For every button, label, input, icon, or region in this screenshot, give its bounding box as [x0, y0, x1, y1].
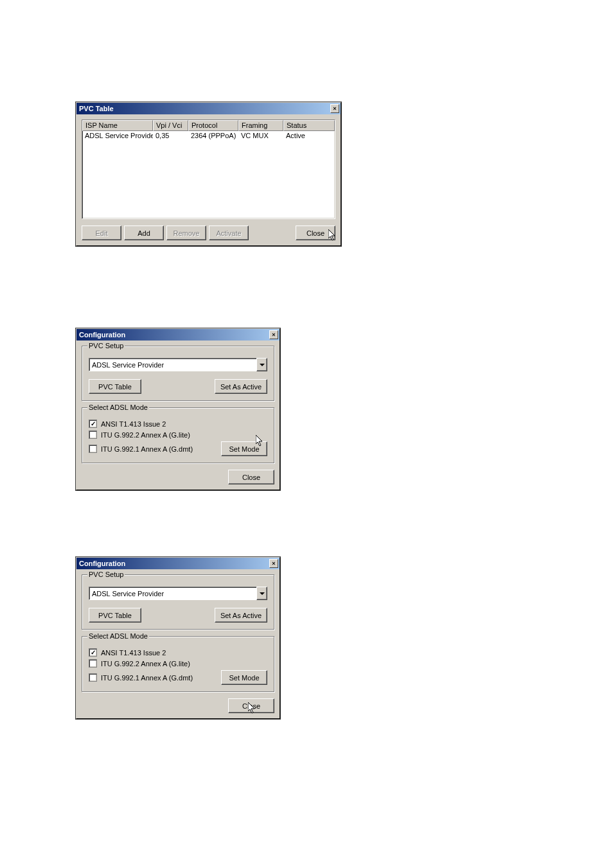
- cell-vpivci: 0,35: [153, 131, 188, 140]
- pvc-setup-group: PVC Setup PVC Table Set As Active: [82, 346, 274, 401]
- close-icon[interactable]: ×: [330, 104, 339, 113]
- window-title: Configuration: [79, 331, 125, 339]
- chevron-down-icon[interactable]: [256, 358, 267, 371]
- checkbox-glite[interactable]: [89, 659, 97, 668]
- checkbox-gdmt[interactable]: [89, 673, 97, 682]
- provider-input[interactable]: [89, 587, 256, 600]
- chevron-down-icon[interactable]: [256, 587, 267, 600]
- checkbox-label: ITU G.992.2 Annex A (G.lite): [101, 660, 190, 668]
- close-icon[interactable]: ×: [269, 330, 278, 339]
- pvc-setup-group: PVC Setup PVC Table Set As Active: [82, 574, 274, 630]
- col-protocol[interactable]: Protocol: [188, 120, 238, 131]
- cell-status: Active: [283, 131, 335, 140]
- cell-isp: ADSL Service Provider: [82, 131, 153, 140]
- checkbox-label: ITU G.992.2 Annex A (G.lite): [101, 431, 190, 439]
- set-mode-button[interactable]: Set Mode: [221, 441, 267, 456]
- check-icon: ✓: [91, 421, 96, 427]
- provider-combo[interactable]: [89, 587, 267, 600]
- check-icon: ✓: [91, 650, 96, 656]
- window-title: PVC Table: [79, 105, 114, 112]
- provider-input[interactable]: [89, 358, 256, 371]
- close-x-glyph: ×: [272, 332, 275, 338]
- close-button[interactable]: Close: [228, 470, 274, 484]
- col-isp[interactable]: ISP Name: [82, 120, 153, 131]
- group-legend: PVC Setup: [87, 342, 125, 350]
- col-vpivci[interactable]: Vpi / Vci: [153, 120, 188, 131]
- group-legend: Select ADSL Mode: [87, 403, 149, 411]
- listview-header: ISP Name Vpi / Vci Protocol Framing Stat…: [82, 120, 335, 131]
- activate-button[interactable]: Activate: [209, 226, 249, 240]
- add-button[interactable]: Add: [124, 226, 164, 240]
- set-as-active-button[interactable]: Set As Active: [215, 379, 267, 394]
- checkbox-glite[interactable]: [89, 430, 97, 439]
- group-legend: Select ADSL Mode: [87, 632, 149, 640]
- checkbox-ansi[interactable]: ✓: [89, 648, 97, 657]
- checkbox-ansi[interactable]: ✓: [89, 420, 97, 428]
- close-icon[interactable]: ×: [269, 559, 278, 568]
- close-button[interactable]: Close: [296, 226, 335, 240]
- titlebar: PVC Table ×: [76, 103, 341, 114]
- close-x-glyph: ×: [272, 561, 275, 567]
- checkbox-label: ITU G.992.1 Annex A (G.dmt): [101, 674, 193, 682]
- pvc-listview[interactable]: ISP Name Vpi / Vci Protocol Framing Stat…: [82, 120, 335, 219]
- cell-framing: VC MUX: [238, 131, 283, 140]
- set-as-active-button[interactable]: Set As Active: [215, 608, 267, 623]
- group-legend: PVC Setup: [87, 571, 125, 578]
- close-button[interactable]: Close: [228, 698, 274, 713]
- close-x-glyph: ×: [333, 106, 336, 112]
- checkbox-label: ITU G.992.1 Annex A (G.dmt): [101, 445, 193, 453]
- checkbox-label: ANSI T1.413 Issue 2: [101, 420, 166, 428]
- col-framing[interactable]: Framing: [238, 120, 283, 131]
- table-row[interactable]: ADSL Service Provider 0,35 2364 (PPPoA) …: [82, 131, 335, 140]
- adsl-mode-group: Select ADSL Mode ✓ ANSI T1.413 Issue 2 I…: [82, 407, 274, 463]
- configuration-dialog-1: Configuration × PVC Setup PVC Table Set …: [76, 328, 280, 490]
- titlebar: Configuration ×: [76, 329, 280, 341]
- checkbox-gdmt[interactable]: [89, 445, 97, 453]
- configuration-dialog-2: Configuration × PVC Setup PVC Table Set …: [76, 557, 280, 719]
- col-status[interactable]: Status: [283, 120, 335, 131]
- edit-button[interactable]: Edit: [82, 226, 121, 240]
- pvc-table-dialog: PVC Table × ISP Name Vpi / Vci Protocol …: [76, 102, 341, 246]
- set-mode-button[interactable]: Set Mode: [221, 670, 267, 685]
- cell-protocol: 2364 (PPPoA): [188, 131, 238, 140]
- remove-button[interactable]: Remove: [166, 226, 206, 240]
- adsl-mode-group: Select ADSL Mode ✓ ANSI T1.413 Issue 2 I…: [82, 636, 274, 692]
- titlebar: Configuration ×: [76, 558, 280, 569]
- checkbox-label: ANSI T1.413 Issue 2: [101, 649, 166, 657]
- window-title: Configuration: [79, 560, 125, 567]
- provider-combo[interactable]: [89, 358, 267, 371]
- pvc-table-button[interactable]: PVC Table: [89, 379, 141, 394]
- pvc-table-button[interactable]: PVC Table: [89, 608, 141, 623]
